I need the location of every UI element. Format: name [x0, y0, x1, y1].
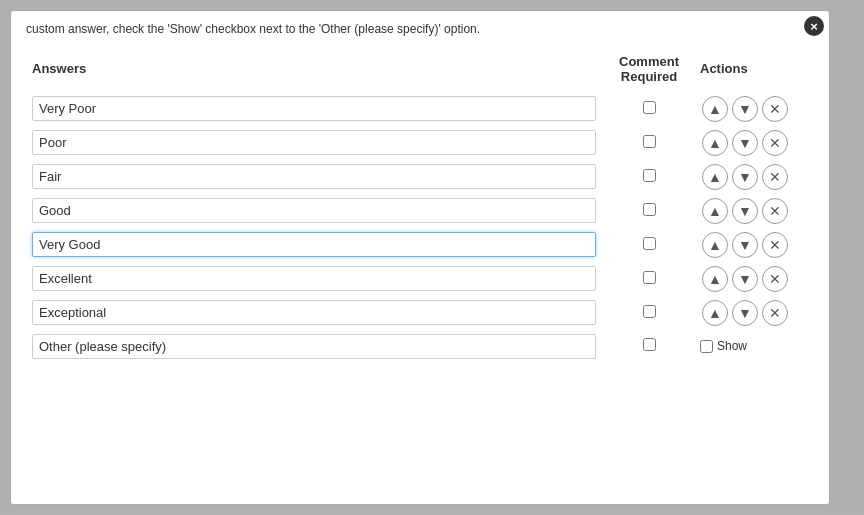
move-down-button[interactable]: ▼	[732, 164, 758, 190]
comment-required-label: Comment Required	[619, 54, 679, 84]
move-up-button[interactable]: ▲	[702, 300, 728, 326]
answer-cell	[26, 228, 604, 262]
actions-cell: ▲▼✕	[694, 126, 814, 160]
actions-cell: ▲▼✕	[694, 92, 814, 126]
delete-button[interactable]: ✕	[762, 130, 788, 156]
answer-input[interactable]	[32, 300, 596, 325]
show-checkbox-wrap: Show	[700, 339, 808, 353]
col-header-answers: Answers	[26, 50, 604, 92]
table-row: ▲▼✕	[26, 296, 814, 330]
show-checkbox[interactable]	[700, 340, 713, 353]
comment-required-cell	[604, 228, 694, 262]
answer-input[interactable]	[32, 96, 596, 121]
modal-dialog: × custom answer, check the 'Show' checkb…	[10, 10, 830, 505]
actions-cell: ▲▼✕	[694, 262, 814, 296]
modal-overlay: × custom answer, check the 'Show' checkb…	[0, 0, 864, 515]
comment-required-checkbox[interactable]	[643, 169, 656, 182]
comment-required-cell	[604, 160, 694, 194]
delete-button[interactable]: ✕	[762, 164, 788, 190]
delete-button[interactable]: ✕	[762, 232, 788, 258]
move-down-button[interactable]: ▼	[732, 266, 758, 292]
comment-required-checkbox[interactable]	[643, 237, 656, 250]
answer-cell	[26, 262, 604, 296]
actions-cell: ▲▼✕	[694, 194, 814, 228]
answers-table: Answers Comment Required Actions ▲▼✕▲▼✕▲…	[26, 50, 814, 363]
comment-required-cell	[604, 296, 694, 330]
comment-required-cell	[604, 330, 694, 363]
answer-cell	[26, 194, 604, 228]
answer-cell	[26, 126, 604, 160]
move-down-button[interactable]: ▼	[732, 232, 758, 258]
table-row: Show	[26, 330, 814, 363]
intro-text: custom answer, check the 'Show' checkbox…	[26, 21, 814, 38]
move-down-button[interactable]: ▼	[732, 130, 758, 156]
show-label: Show	[717, 339, 747, 353]
answer-input[interactable]	[32, 198, 596, 223]
delete-button[interactable]: ✕	[762, 266, 788, 292]
answer-cell	[26, 92, 604, 126]
comment-required-checkbox[interactable]	[643, 305, 656, 318]
comment-required-checkbox[interactable]	[643, 271, 656, 284]
move-up-button[interactable]: ▲	[702, 164, 728, 190]
comment-required-checkbox[interactable]	[643, 203, 656, 216]
table-row: ▲▼✕	[26, 228, 814, 262]
delete-button[interactable]: ✕	[762, 198, 788, 224]
comment-required-cell	[604, 194, 694, 228]
actions-cell: ▲▼✕	[694, 160, 814, 194]
move-down-button[interactable]: ▼	[732, 198, 758, 224]
answer-input[interactable]	[32, 334, 596, 359]
answer-cell	[26, 330, 604, 363]
move-up-button[interactable]: ▲	[702, 96, 728, 122]
modal-content: custom answer, check the 'Show' checkbox…	[11, 11, 829, 504]
table-row: ▲▼✕	[26, 160, 814, 194]
close-button[interactable]: ×	[804, 16, 824, 36]
comment-required-checkbox[interactable]	[643, 101, 656, 114]
comment-required-cell	[604, 126, 694, 160]
delete-button[interactable]: ✕	[762, 96, 788, 122]
move-up-button[interactable]: ▲	[702, 198, 728, 224]
answer-input[interactable]	[32, 164, 596, 189]
answer-cell	[26, 296, 604, 330]
comment-required-checkbox[interactable]	[643, 338, 656, 351]
comment-required-cell	[604, 262, 694, 296]
move-down-button[interactable]: ▼	[732, 300, 758, 326]
table-row: ▲▼✕	[26, 194, 814, 228]
actions-cell: ▲▼✕	[694, 228, 814, 262]
answer-input[interactable]	[32, 130, 596, 155]
comment-required-cell	[604, 92, 694, 126]
comment-required-checkbox[interactable]	[643, 135, 656, 148]
delete-button[interactable]: ✕	[762, 300, 788, 326]
col-header-actions: Actions	[694, 50, 814, 92]
actions-cell: ▲▼✕	[694, 296, 814, 330]
move-up-button[interactable]: ▲	[702, 232, 728, 258]
move-down-button[interactable]: ▼	[732, 96, 758, 122]
move-up-button[interactable]: ▲	[702, 130, 728, 156]
answer-input[interactable]	[32, 266, 596, 291]
actions-cell: Show	[694, 330, 814, 363]
answer-input[interactable]	[32, 232, 596, 257]
table-row: ▲▼✕	[26, 92, 814, 126]
move-up-button[interactable]: ▲	[702, 266, 728, 292]
col-header-comment-required: Comment Required	[604, 50, 694, 92]
answer-cell	[26, 160, 604, 194]
table-row: ▲▼✕	[26, 262, 814, 296]
table-row: ▲▼✕	[26, 126, 814, 160]
